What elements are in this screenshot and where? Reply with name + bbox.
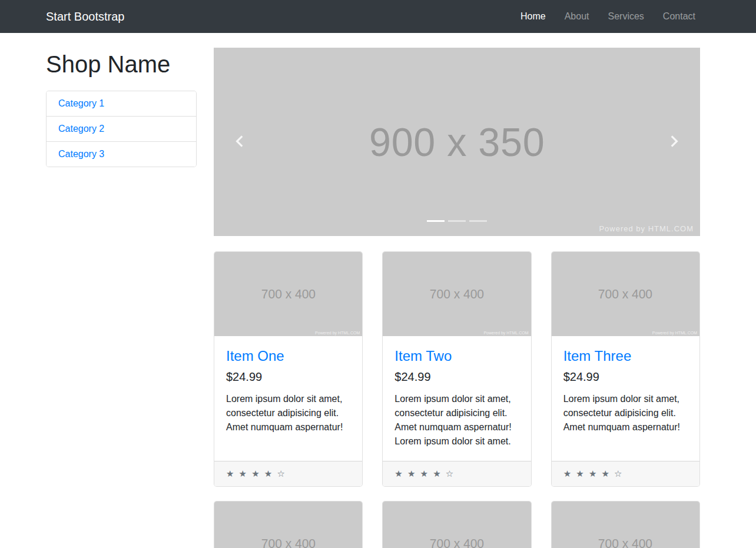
product-image-link[interactable]: 700 x 400 Powered by HTML.COM xyxy=(214,252,362,336)
carousel-placeholder-text: 900 x 350 xyxy=(369,119,545,165)
product-card-item-one: 700 x 400 Powered by HTML.COM Item One $… xyxy=(214,251,363,487)
nav-links: Home About Services Contact xyxy=(506,6,700,26)
nav-item-contact[interactable]: Contact xyxy=(658,6,700,26)
star-rating: ★ ★ ★ ★ ☆ xyxy=(563,469,624,479)
image-watermark: Powered by HTML.COM xyxy=(483,331,528,335)
nav-item-home[interactable]: Home xyxy=(516,6,551,26)
main-content: 900 x 350 Powered by HTML.COM xyxy=(214,48,700,548)
category-list: Category 1 Category 2 Category 3 xyxy=(46,91,197,167)
product-price: $24.99 xyxy=(226,370,350,384)
product-card-item-two: 700 x 400 Powered by HTML.COM Item Two $… xyxy=(382,251,531,487)
chevron-right-icon xyxy=(666,134,681,151)
nav-item-about[interactable]: About xyxy=(560,6,594,26)
product-description: Lorem ipsum dolor sit amet, consectetur … xyxy=(394,392,519,449)
image-placeholder-text: 700 x 400 xyxy=(598,536,652,548)
carousel-indicator-2[interactable] xyxy=(448,220,466,222)
category-sidebar: Shop Name Category 1 Category 2 Category… xyxy=(46,48,197,548)
card-footer: ★ ★ ★ ★ ☆ xyxy=(214,461,362,486)
carousel-indicators xyxy=(427,220,487,222)
product-image-link[interactable]: 700 x 400 xyxy=(383,501,530,548)
hero-carousel: 900 x 350 Powered by HTML.COM xyxy=(214,48,700,236)
image-placeholder-text: 700 x 400 xyxy=(261,536,316,548)
product-image-link[interactable]: 700 x 400 Powered by HTML.COM xyxy=(383,252,530,336)
image-placeholder-text: 700 x 400 xyxy=(430,287,484,301)
sidebar-item-category-1[interactable]: Category 1 xyxy=(47,91,196,117)
product-title-link[interactable]: Item One xyxy=(226,348,284,364)
carousel-indicator-3[interactable] xyxy=(469,220,487,222)
carousel-indicator-1[interactable] xyxy=(427,220,445,222)
image-placeholder-text: 700 x 400 xyxy=(598,287,652,301)
product-price: $24.99 xyxy=(563,370,688,384)
product-image-link[interactable]: 700 x 400 Powered by HTML.COM xyxy=(552,252,699,336)
shop-title: Shop Name xyxy=(46,50,197,78)
brand-link[interactable]: Start Bootstrap xyxy=(46,10,124,24)
product-description: Lorem ipsum dolor sit amet, consectetur … xyxy=(563,392,688,434)
product-price: $24.99 xyxy=(394,370,519,384)
card-body: Item Three $24.99 Lorem ipsum dolor sit … xyxy=(552,336,699,461)
product-card-partial: 700 x 400 xyxy=(551,501,700,548)
card-body: Item Two $24.99 Lorem ipsum dolor sit am… xyxy=(383,336,530,461)
star-rating: ★ ★ ★ ★ ☆ xyxy=(394,469,455,479)
product-title-link[interactable]: Item Two xyxy=(394,348,452,364)
product-image-link[interactable]: 700 x 400 xyxy=(214,501,362,548)
sidebar-item-category-3[interactable]: Category 3 xyxy=(47,142,196,167)
image-placeholder-text: 700 x 400 xyxy=(430,536,484,548)
product-image-link[interactable]: 700 x 400 xyxy=(552,501,699,548)
product-grid: 700 x 400 Powered by HTML.COM Item One $… xyxy=(214,251,700,487)
star-rating: ★ ★ ★ ★ ☆ xyxy=(226,469,286,479)
card-footer: ★ ★ ★ ★ ☆ xyxy=(383,461,530,486)
product-card-partial: 700 x 400 xyxy=(382,501,531,548)
product-description: Lorem ipsum dolor sit amet, consectetur … xyxy=(226,392,350,434)
product-grid-row-2: 700 x 400 700 x 400 700 x 400 xyxy=(214,501,700,548)
carousel-next-button[interactable] xyxy=(647,48,700,236)
sidebar-item-category-2[interactable]: Category 2 xyxy=(47,117,196,142)
product-card-partial: 700 x 400 xyxy=(214,501,363,548)
image-placeholder-text: 700 x 400 xyxy=(261,287,316,301)
card-body: Item One $24.99 Lorem ipsum dolor sit am… xyxy=(214,336,362,461)
chevron-left-icon xyxy=(233,134,248,151)
carousel-prev-button[interactable] xyxy=(214,48,267,236)
product-title-link[interactable]: Item Three xyxy=(563,348,632,364)
product-card-item-three: 700 x 400 Powered by HTML.COM Item Three… xyxy=(551,251,700,487)
card-footer: ★ ★ ★ ★ ☆ xyxy=(552,461,699,486)
image-watermark: Powered by HTML.COM xyxy=(652,331,697,335)
top-navbar: Start Bootstrap Home About Services Cont… xyxy=(0,0,756,33)
nav-item-services[interactable]: Services xyxy=(604,6,649,26)
image-watermark: Powered by HTML.COM xyxy=(315,331,360,335)
